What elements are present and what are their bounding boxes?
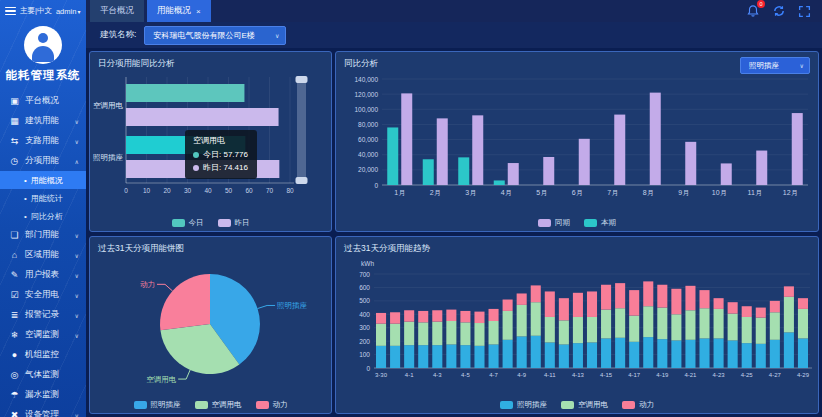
tab-close-icon[interactable]: × [196,7,201,16]
sidebar-item[interactable]: ◷分项用能∧ [0,151,86,171]
sidebar-item[interactable]: ☂漏水监测 [0,385,86,405]
chart-legend: 照明插座空调用电动力 [90,400,331,410]
svg-text:8月: 8月 [643,189,654,197]
alarm-icon: ≣ [9,310,20,320]
building-filter-row: 建筑名称: 安科瑞电气股份有限公司E楼∨ [86,22,822,48]
legend-swatch-icon [538,219,551,227]
bullet-icon: • [24,176,27,185]
svg-text:12月: 12月 [783,189,798,197]
svg-text:7月: 7月 [607,189,618,197]
svg-text:40: 40 [204,187,212,194]
subitem-select[interactable]: 照明插座∨ [740,57,810,74]
datazoom-handle[interactable] [296,76,308,83]
legend-item[interactable]: 同期 [538,218,570,228]
user-menu[interactable]: admin▾ [56,7,80,16]
sidebar-subitem-label: 同比分析 [31,211,63,222]
legend-item[interactable]: 昨日 [218,218,250,228]
sidebar-topbar: 主要|中文 admin▾ [0,0,86,18]
datazoom-slider[interactable] [297,77,306,183]
locale-switcher[interactable]: 主要|中文 [20,6,52,16]
svg-text:10月: 10月 [712,189,727,197]
svg-text:140,000: 140,000 [355,76,379,83]
sidebar-subitem[interactable]: •用能概况 [0,171,86,189]
legend-item[interactable]: 动力 [622,400,654,410]
chart-legend: 照明插座空调用电动力 [336,400,818,410]
sidebar-item[interactable]: ▣平台概况 [0,91,86,111]
svg-text:4-1: 4-1 [405,372,414,378]
legend-label: 本期 [601,218,616,228]
pie-slice[interactable] [160,274,210,330]
svg-text:4-29: 4-29 [797,372,810,378]
chevron-down-icon: ∨ [75,118,79,125]
sidebar-item-label: 设备管理 [25,409,59,417]
sidebar-item[interactable]: ≣报警记录∨ [0,305,86,325]
svg-text:20,000: 20,000 [358,166,378,173]
app-title: 能耗管理系统 [0,68,86,83]
sidebar-item[interactable]: ●机组监控 [0,345,86,365]
legend-item[interactable]: 照明插座 [134,400,181,410]
chevron-down-icon: ∨ [75,232,79,239]
svg-text:80: 80 [286,187,294,194]
sidebar-subitem[interactable]: •同比分析 [0,207,86,225]
building-select[interactable]: 安科瑞电气股份有限公司E楼∨ [144,26,286,45]
subitem-pie-chart[interactable]: 照明插座空调用电动力 [90,256,331,390]
branch-icon: ⇆ [9,136,20,146]
legend-swatch-icon [256,401,269,409]
panel-31day-trend: 过去31天分项用能趋势 0100200300400500600700kWh3-3… [335,236,819,414]
sidebar-item[interactable]: ☑安全用电∨ [0,285,86,305]
sidebar-item[interactable]: ⌂区域用能∨ [0,245,86,265]
sidebar-item[interactable]: ▦建筑用能∨ [0,111,86,131]
bullet-icon: • [24,212,27,221]
refresh-icon[interactable] [772,4,786,18]
legend-item[interactable]: 今日 [172,218,204,228]
legend-item[interactable]: 动力 [256,400,288,410]
tab-platform-overview[interactable]: 平台概况 [90,0,144,22]
report-icon: ✎ [9,270,20,280]
sidebar-item[interactable]: ✖设备管理∨ [0,405,86,417]
fullscreen-icon[interactable] [798,4,812,18]
sidebar-item[interactable]: ❄空调监测∨ [0,325,86,345]
region-icon: ⌂ [9,250,20,260]
svg-text:120,000: 120,000 [355,91,379,98]
svg-text:空调用电: 空调用电 [146,375,177,384]
sidebar-item[interactable]: ⇆支路用能∨ [0,131,86,151]
avatar [24,26,62,64]
notification-bell-icon[interactable]: 0 [746,4,760,18]
sidebar-item[interactable]: ❏部门用能∨ [0,225,86,245]
chart-legend: 同期本期 [336,218,818,228]
legend-item[interactable]: 空调用电 [561,400,608,410]
sidebar-subitem[interactable]: •用能统计 [0,189,86,207]
svg-text:0: 0 [366,365,370,372]
building-name-label: 建筑名称: [100,29,136,41]
hamburger-menu-icon[interactable] [5,7,16,16]
daily-comparison-bar-chart[interactable]: 01020304050607080空调用电照明插座 [90,71,331,208]
datazoom-handle[interactable] [296,177,308,184]
svg-text:照明插座: 照明插座 [93,153,124,162]
sidebar-item-label: 报警记录 [25,309,59,321]
unit-icon: ● [9,350,20,360]
legend-label: 同期 [555,218,570,228]
sidebar-item-label: 部门用能 [25,229,59,241]
yoy-bar-chart[interactable]: 020,00040,00060,00080,000100,000120,0001… [336,71,818,208]
sidebar-subitem-label: 用能统计 [31,193,63,204]
sidebar-item[interactable]: ✎用户报表∨ [0,265,86,285]
legend-item[interactable]: 空调用电 [195,400,242,410]
legend-swatch-icon [584,219,597,227]
chevron-down-icon: ∨ [75,412,79,417]
legend-item[interactable]: 本期 [584,218,616,228]
chevron-down-icon: ∨ [75,292,79,299]
sidebar-menu: ▣平台概况▦建筑用能∨⇆支路用能∨◷分项用能∧•用能概况•用能统计•同比分析❏部… [0,91,86,417]
top-icons: 0 [746,4,822,18]
bullet-icon: • [24,194,27,203]
svg-text:4-11: 4-11 [544,372,556,378]
svg-text:kWh: kWh [361,260,374,267]
sidebar-item[interactable]: ◎气体监测 [0,365,86,385]
legend-label: 动力 [273,400,288,410]
legend-item[interactable]: 照明插座 [500,400,547,410]
legend-swatch-icon [561,401,574,409]
panel-yoy-analysis: 同比分析 照明插座∨ 020,00040,00060,00080,000100,… [335,51,819,232]
svg-text:6月: 6月 [572,189,583,197]
trend-stacked-bar-chart[interactable]: 0100200300400500600700kWh3-304-14-34-54-… [336,256,818,390]
svg-text:4-21: 4-21 [684,372,697,378]
tab-energy-overview[interactable]: 用能概况× [147,0,211,22]
